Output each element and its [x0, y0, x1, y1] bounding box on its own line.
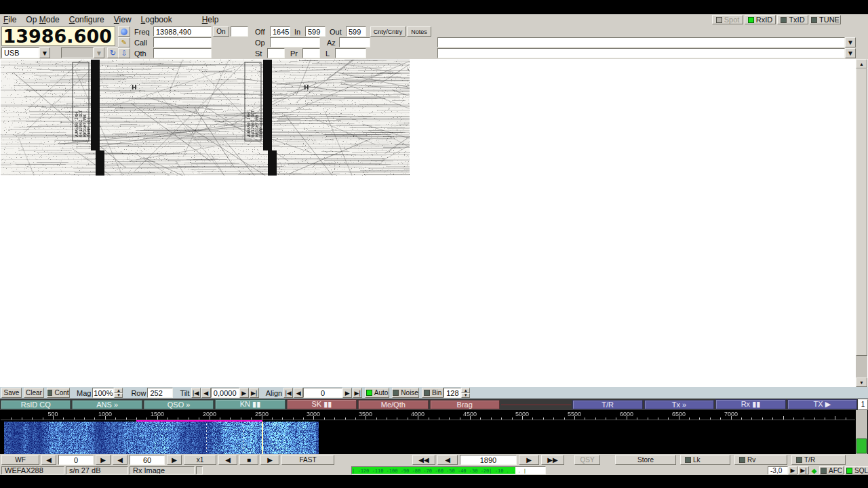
wf-speed-down-button[interactable]: ◀: [113, 455, 127, 465]
noise-toggle[interactable]: Noise: [392, 388, 419, 398]
loc-field[interactable]: [335, 48, 366, 58]
carrier-freq-value[interactable]: 1890: [460, 455, 517, 465]
auto-toggle[interactable]: Auto: [365, 388, 389, 398]
macro-button-rsid-cq[interactable]: RsID CQ: [1, 400, 71, 409]
call-field[interactable]: [153, 37, 212, 47]
rst-out-field[interactable]: 599: [346, 26, 366, 37]
tilt-value[interactable]: 0,0000: [211, 388, 239, 398]
macro-button-brag[interactable]: Brag: [430, 400, 500, 409]
save-button[interactable]: Save: [1, 388, 22, 398]
wf-scroll-left-button[interactable]: ◀: [218, 455, 237, 465]
menu-file[interactable]: File: [3, 15, 16, 24]
align-first-button[interactable]: |◀: [283, 388, 293, 398]
country-combo-dropdown-button[interactable]: ▼: [845, 37, 856, 47]
wf-offset-down-button[interactable]: ◀: [41, 455, 56, 465]
tune-toggle[interactable]: TUNE: [810, 15, 841, 24]
align-up-button[interactable]: ▶: [342, 388, 352, 398]
menu-logbook[interactable]: Logbook: [141, 15, 172, 24]
bin-stepper[interactable]: ▲▼: [461, 388, 470, 398]
tilt-last-button[interactable]: ▶|: [250, 388, 259, 398]
wf-speed-up-button[interactable]: ▶: [167, 455, 182, 465]
fax-scrollbar-thumb[interactable]: [856, 68, 867, 356]
vfo-frequency-display[interactable]: 13986.600: [1, 26, 115, 46]
cnty-cntry-button[interactable]: Cnty/Cntry: [370, 26, 406, 37]
macro-button-kn[interactable]: KN ▮▮: [215, 399, 285, 409]
squelch-slider[interactable]: [856, 410, 867, 454]
wf-center-button[interactable]: ■: [239, 455, 258, 465]
mode-select[interactable]: USB: [1, 47, 39, 58]
status-mode[interactable]: WEFAX288: [1, 466, 64, 474]
tilt-first-button[interactable]: |◀: [191, 388, 201, 398]
wf-speed-value[interactable]: 60: [130, 455, 165, 465]
bin-value[interactable]: 128: [443, 388, 461, 398]
freq-down-button[interactable]: ◀: [437, 455, 458, 465]
macro-button-sk[interactable]: SK ▮▮: [287, 399, 357, 409]
scroll-down-icon[interactable]: ▼: [856, 378, 867, 387]
macro-button-empty[interactable]: [501, 404, 571, 405]
wf-scroll-right-button[interactable]: ▶: [260, 455, 279, 465]
az-field[interactable]: [339, 37, 370, 47]
notes-combo[interactable]: [437, 48, 845, 58]
macro-button-t-r[interactable]: T/R: [572, 400, 642, 409]
macro-button-qso[interactable]: QSO »: [144, 400, 214, 409]
lock-toggle[interactable]: Lk: [680, 455, 730, 465]
tilt-down-button[interactable]: ◀: [201, 388, 211, 398]
wf-mode-button[interactable]: WF: [1, 455, 39, 465]
align-last-button[interactable]: ▶|: [353, 388, 362, 398]
sync-icon[interactable]: ↻: [107, 47, 119, 58]
macro-bank-button[interactable]: 1: [858, 399, 868, 410]
freq-field[interactable]: 13988,490: [153, 26, 212, 37]
align-down-button[interactable]: ◀: [294, 388, 303, 398]
reverse-toggle[interactable]: Rv: [734, 455, 787, 465]
row-value[interactable]: 252: [147, 388, 173, 398]
macro-button-rx[interactable]: Rx ▮▮: [715, 399, 785, 409]
time-on-field[interactable]: [231, 26, 248, 37]
afc-toggle[interactable]: AFC: [819, 466, 844, 474]
rst-in-field[interactable]: 599: [305, 26, 326, 37]
align-value[interactable]: 0: [303, 388, 342, 398]
wf-rate-button[interactable]: FAST: [281, 455, 334, 465]
tr-toggle[interactable]: T/R: [791, 455, 846, 465]
edit-entry-button[interactable]: ✎: [118, 37, 130, 47]
freq-up-button[interactable]: ▶: [519, 455, 539, 465]
continuous-toggle[interactable]: Cont': [47, 388, 70, 398]
qth-field[interactable]: [153, 48, 212, 58]
country-combo[interactable]: [437, 37, 845, 47]
macro-button-ans[interactable]: ANS »: [72, 400, 142, 409]
macro-button-me-qth[interactable]: Me/Qth: [358, 400, 428, 409]
notes-button[interactable]: Notes: [407, 26, 431, 37]
macro-button-tx[interactable]: TX ▶: [787, 399, 857, 409]
mag-stepper[interactable]: ▲▼: [114, 388, 123, 398]
st-field[interactable]: [267, 48, 285, 58]
rxid-toggle[interactable]: RxID: [745, 15, 776, 24]
menu-view[interactable]: View: [114, 15, 132, 24]
wf-offset-value[interactable]: 0: [58, 455, 94, 465]
notes-combo-dropdown-button[interactable]: ▼: [845, 48, 856, 58]
afc-end-button[interactable]: ▶|: [798, 466, 809, 474]
wf-offset-up-button[interactable]: ▶: [96, 455, 111, 465]
qrz-lookup-button[interactable]: [118, 26, 130, 37]
bin-toggle[interactable]: Bin: [422, 388, 443, 398]
waterfall-display[interactable]: [1, 420, 855, 454]
txid-toggle[interactable]: TxID: [777, 15, 808, 24]
tilt-up-button[interactable]: ▶: [239, 388, 249, 398]
fax-scrollbar[interactable]: ▲ ▼: [856, 59, 867, 387]
menu-configure[interactable]: Configure: [69, 15, 104, 24]
afc-step-button[interactable]: ▶: [788, 466, 797, 474]
pr-field[interactable]: [302, 48, 320, 58]
squelch-slider-thumb[interactable]: [856, 439, 867, 453]
freq-coarse-down-button[interactable]: ◀◀: [412, 455, 435, 465]
menu-help[interactable]: Help: [202, 15, 219, 24]
freq-coarse-up-button[interactable]: ▶▶: [541, 455, 564, 465]
mode-dropdown-button[interactable]: ▼: [39, 47, 50, 58]
macro-button-tx[interactable]: Tx »: [644, 400, 714, 409]
on-button[interactable]: On: [213, 26, 229, 37]
time-off-field[interactable]: 1645: [270, 26, 290, 37]
scroll-up-icon[interactable]: ▲: [856, 59, 867, 68]
op-field[interactable]: [270, 37, 320, 47]
save-entry-button[interactable]: ⇩: [118, 48, 130, 58]
mag-value[interactable]: 100%: [92, 388, 114, 398]
clear-button[interactable]: Clear: [24, 388, 44, 398]
sql-toggle[interactable]: SQL: [845, 466, 868, 474]
wf-zoom-button[interactable]: x1: [184, 455, 216, 465]
